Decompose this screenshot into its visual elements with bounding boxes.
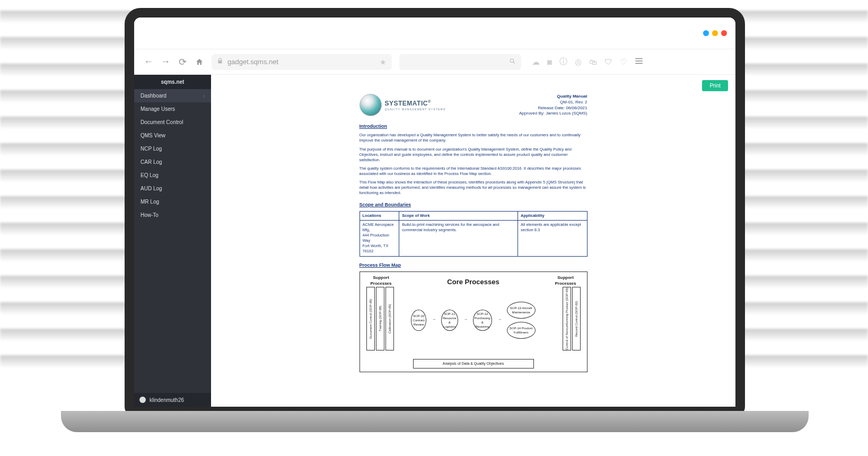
doc-title: Quality Manual (519, 94, 588, 100)
sidebar-item-car-log[interactable]: CAR Log (134, 155, 211, 169)
intro-para-3: The quality system conforms to the requi… (360, 166, 588, 177)
vcol-calibration: Calibration (SOP-09) (385, 287, 394, 350)
address-bar[interactable]: gadget.sqms.net ★ (212, 54, 392, 70)
logo-line2: QUALITY MANAGEMENT SYSTEMS (385, 108, 446, 111)
oval-sop12: SOP-12 Purchasing & Receiving (473, 310, 492, 331)
sidebar-item-label: Dashboard (141, 93, 166, 99)
sidebar: sqms.net Dashboard › Manage Users Docume… (134, 75, 211, 407)
svg-line-1 (513, 62, 515, 64)
url-text: gadget.sqms.net (227, 58, 278, 66)
sidebar-item-mr-log[interactable]: MR Log (134, 195, 211, 208)
arrow-icon: → (497, 317, 502, 323)
vcol-doc-control: Document Control (SOP-05) (366, 287, 375, 350)
username: klindenmuth26 (150, 397, 184, 403)
sidebar-footer[interactable]: klindenmuth26 (134, 393, 211, 407)
laptop-base (61, 411, 809, 432)
process-flow-map: Support Processes Support Processes Core… (360, 271, 588, 372)
oval-sop14: SOP-14 Product Fulfillment (507, 322, 536, 339)
document-view: SYSTEMATIC® QUALITY MANAGEMENT SYSTEMS Q… (360, 94, 588, 372)
logo-globe-icon (360, 94, 382, 116)
back-icon[interactable]: ← (144, 57, 153, 67)
intro-para-4: This Flow Map also shows the interaction… (360, 180, 588, 196)
forward-icon[interactable]: → (161, 57, 170, 67)
camera-ext-icon[interactable]: ◙ (547, 57, 552, 66)
cast-icon[interactable]: ◎ (575, 57, 582, 67)
sidebar-item-manage-users[interactable]: Manage Users (134, 102, 211, 116)
heart-icon[interactable]: ♡ (620, 57, 627, 67)
core-processes-title: Core Processes (365, 277, 582, 287)
arrow-icon: → (463, 317, 468, 323)
sidebar-item-label: CAR Log (141, 159, 162, 165)
print-button[interactable]: Print (702, 80, 728, 91)
td-scope: Build-to-print machining services for th… (399, 220, 518, 256)
home-icon[interactable] (195, 57, 204, 67)
bookmark-star-icon[interactable]: ★ (380, 58, 387, 66)
camera-icon (433, 13, 437, 17)
sidebar-item-ncp-log[interactable]: NCP Log (134, 142, 211, 155)
sidebar-item-label: MR Log (141, 199, 159, 205)
oval-sop13: SOP-13 Aircraft Maintenance (507, 302, 536, 319)
sidebar-item-label: Manage Users (141, 106, 175, 112)
td-locations: ACME Aerospace Mfg, 444 Production Way F… (360, 220, 399, 256)
th-applicability: Applicability (518, 211, 588, 220)
sidebar-item-label: QMS View (141, 133, 165, 138)
sidebar-item-eq-log[interactable]: EQ Log (134, 169, 211, 182)
sidebar-item-aud-log[interactable]: AUD Log (134, 182, 211, 195)
chevron-right-icon: › (203, 93, 205, 99)
vcol-record-control: Record Control (SOP-02) (572, 287, 581, 350)
search-bar[interactable] (399, 54, 521, 70)
window-dot-maximize[interactable] (712, 30, 718, 36)
laptop-frame: ← → ⟳ gadget.sqms.net ★ ☁ ◙ ⓘ ◎ 🛍 🛡 ♡ (125, 8, 745, 416)
sidebar-title: sqms.net (134, 75, 211, 89)
lock-icon (217, 58, 223, 66)
th-scope: Scope of Work (399, 211, 518, 220)
doc-approved: Approved By: James Lozos (SQMS) (519, 111, 588, 117)
vcol-training: Training (SOP-08) (376, 287, 384, 350)
sidebar-item-how-to[interactable]: How-To (134, 208, 211, 222)
support-left-label: Support Processes (365, 275, 397, 287)
intro-para-2: The purpose of this manual is to documen… (360, 147, 588, 163)
doc-release: Release Date: 06/08/2021 (519, 106, 588, 111)
sidebar-item-label: EQ Log (141, 172, 159, 178)
sidebar-item-qms-view[interactable]: QMS View (134, 129, 211, 142)
sidebar-item-label: NCP Log (141, 146, 162, 152)
doc-id: QM-01, Rev. 2 (519, 100, 588, 106)
reload-icon[interactable]: ⟳ (178, 57, 187, 67)
cloud-icon[interactable]: ☁ (532, 57, 540, 67)
window-dot-close[interactable] (721, 30, 727, 36)
browser-toolbar: ← → ⟳ gadget.sqms.net ★ ☁ ◙ ⓘ ◎ 🛍 🛡 ♡ (134, 49, 735, 75)
hamburger-menu-icon[interactable] (634, 56, 644, 67)
oval-sop11: SOP-11 Resource & Logistics (441, 310, 458, 331)
oval-sop10: SOP-10 Contract Review (411, 310, 426, 331)
vcol-nonconforming: Control of Nonconforming Product (SOP-06… (563, 287, 571, 350)
heading-scope: Scope and Boundaries (360, 201, 588, 208)
sidebar-item-document-control[interactable]: Document Control (134, 116, 211, 129)
th-locations: Locations (360, 211, 399, 220)
heading-flow: Process Flow Map (360, 262, 588, 268)
heading-introduction: Introduction (360, 123, 588, 129)
sidebar-item-label: Document Control (141, 119, 183, 125)
search-icon (509, 57, 516, 67)
arrow-icon: → (432, 317, 436, 323)
shop-icon[interactable]: 🛍 (589, 57, 597, 66)
td-applicability: All elements are applicable except secti… (518, 220, 588, 256)
intro-para-1: Our organization has developed a Quality… (360, 133, 588, 143)
toolbar-extra-icons: ☁ ◙ ⓘ ◎ 🛍 🛡 ♡ (532, 56, 644, 67)
window-dot-minimize[interactable] (703, 30, 709, 36)
main-content: Print SYSTEMATIC® QUALITY MANAGEMENT SYS… (211, 75, 735, 407)
shield-icon[interactable]: 🛡 (604, 57, 612, 66)
logo-line1: SYSTEMATIC (385, 100, 428, 107)
document-logo: SYSTEMATIC® QUALITY MANAGEMENT SYSTEMS (360, 94, 446, 116)
sidebar-item-label: How-To (141, 212, 159, 218)
support-right-label: Support Processes (550, 275, 582, 287)
avatar (139, 397, 146, 403)
sidebar-item-dashboard[interactable]: Dashboard › (134, 89, 211, 102)
registered-mark: ® (428, 100, 431, 103)
info-icon[interactable]: ⓘ (559, 57, 567, 67)
svg-point-0 (510, 59, 514, 63)
scope-table: Locations Scope of Work Applicability AC… (360, 211, 588, 257)
document-meta: Quality Manual QM-01, Rev. 2 Release Dat… (519, 94, 588, 117)
window-controls (134, 17, 735, 49)
sidebar-item-label: AUD Log (141, 186, 162, 191)
analysis-box: Analysis of Data & Quality Objectives (413, 359, 534, 368)
